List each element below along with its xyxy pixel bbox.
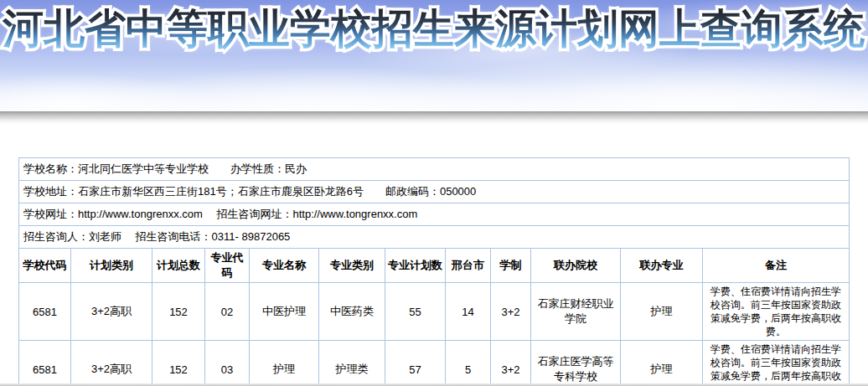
- page: 河北省中等职业学校招生来源计划网上查询系统 河北省中等职业学校招生来源计划网上查…: [0, 0, 868, 386]
- cell-school-code: 6581: [19, 283, 71, 341]
- column-header-major-name: 专业名称: [250, 249, 319, 283]
- column-header-major-code: 专业代码: [205, 249, 250, 283]
- column-header-plan-total: 计划总数: [152, 249, 205, 283]
- cell-major-category: 中医药类: [319, 283, 385, 341]
- cell-remark: 学费、住宿费详情请向招生学校咨询。前三年按国家资助政策减免学费，后两年按高职收费…: [703, 283, 850, 341]
- school-address-line: 学校地址：石家庄市新华区西三庄街181号；石家庄市鹿泉区卧龙路6号 邮政编码：0…: [19, 181, 850, 203]
- column-header-xingtai-city: 邢台市: [446, 249, 491, 283]
- cell-major-name: 护理: [250, 341, 319, 386]
- school-info-row: 学校网址：http://www.tongrenxx.com 招生咨询网址：htt…: [19, 203, 850, 226]
- column-header-partner-college: 联办院校: [531, 249, 621, 283]
- cell-major-category: 护理类: [319, 341, 385, 386]
- banner-shadow-divider: [0, 111, 868, 124]
- column-header-major-category: 专业类别: [319, 249, 385, 283]
- cell-plan-total: 152: [152, 341, 205, 386]
- cell-remark: 学费、住宿费详情请向招生学校咨询。前三年按国家资助政策减免学费，后两年按高职收费…: [703, 341, 850, 386]
- table-header-row: 学校代码 计划类别 计划总数 专业代码 专业名称 专业类别 专业计划数 邢台市 …: [19, 249, 850, 283]
- cell-major-code: 03: [205, 341, 250, 386]
- cell-xingtai-city: 5: [446, 341, 491, 386]
- cell-plan-type: 3+2高职: [71, 341, 152, 386]
- cell-schooling-length: 3+2: [491, 283, 531, 341]
- school-info-row: 招生咨询人：刘老师 招生咨询电话：0311- 89872065: [19, 226, 850, 249]
- cell-major-plan-count: 55: [385, 283, 446, 341]
- cell-schooling-length: 3+2: [491, 341, 531, 386]
- school-contact-line: 招生咨询人：刘老师 招生咨询电话：0311- 89872065: [19, 226, 850, 249]
- column-header-remark: 备注: [703, 249, 850, 283]
- school-website-line: 学校网址：http://www.tongrenxx.com 招生咨询网址：htt…: [19, 203, 850, 226]
- cell-major-code: 02: [205, 283, 250, 341]
- school-name-line: 学校名称：河北同仁医学中等专业学校 办学性质：民办: [19, 158, 850, 181]
- main-content: 学校名称：河北同仁医学中等专业学校 办学性质：民办 学校地址：石家庄市新华区西三…: [0, 124, 868, 386]
- cell-school-code: 6581: [19, 341, 71, 386]
- school-info-row: 学校名称：河北同仁医学中等专业学校 办学性质：民办: [19, 158, 850, 181]
- cell-partner-major: 护理: [621, 283, 703, 341]
- cell-partner-major: 护理: [621, 341, 703, 386]
- column-header-partner-major: 联办专业: [621, 249, 703, 283]
- cell-plan-type: 3+2高职: [71, 283, 152, 341]
- cell-partner-college: 石家庄医学高等专科学校: [531, 341, 621, 386]
- header-banner: 河北省中等职业学校招生来源计划网上查询系统 河北省中等职业学校招生来源计划网上查…: [0, 0, 868, 111]
- page-title-text: 河北省中等职业学校招生来源计划网上查询系统: [3, 6, 865, 51]
- column-header-major-plan-count: 专业计划数: [385, 249, 446, 283]
- column-header-plan-type: 计划类别: [71, 249, 152, 283]
- table-row: 6581 3+2高职 152 02 中医护理 中医药类 55 14 3+2 石家…: [19, 283, 850, 341]
- cell-xingtai-city: 14: [446, 283, 491, 341]
- cell-major-name: 中医护理: [250, 283, 319, 341]
- column-header-schooling-length: 学制: [491, 249, 531, 283]
- page-title: 河北省中等职业学校招生来源计划网上查询系统 河北省中等职业学校招生来源计划网上查…: [3, 7, 865, 52]
- school-info-row: 学校地址：石家庄市新华区西三庄街181号；石家庄市鹿泉区卧龙路6号 邮政编码：0…: [19, 181, 850, 203]
- column-header-school-code: 学校代码: [19, 249, 71, 283]
- cell-plan-total: 152: [152, 283, 205, 341]
- table-row: 6581 3+2高职 152 03 护理 护理类 57 5 3+2 石家庄医学高…: [19, 341, 850, 386]
- cell-major-plan-count: 57: [385, 341, 446, 386]
- cell-partner-college: 石家庄财经职业学院: [531, 283, 621, 341]
- plan-table: 学校名称：河北同仁医学中等专业学校 办学性质：民办 学校地址：石家庄市新华区西三…: [18, 157, 850, 386]
